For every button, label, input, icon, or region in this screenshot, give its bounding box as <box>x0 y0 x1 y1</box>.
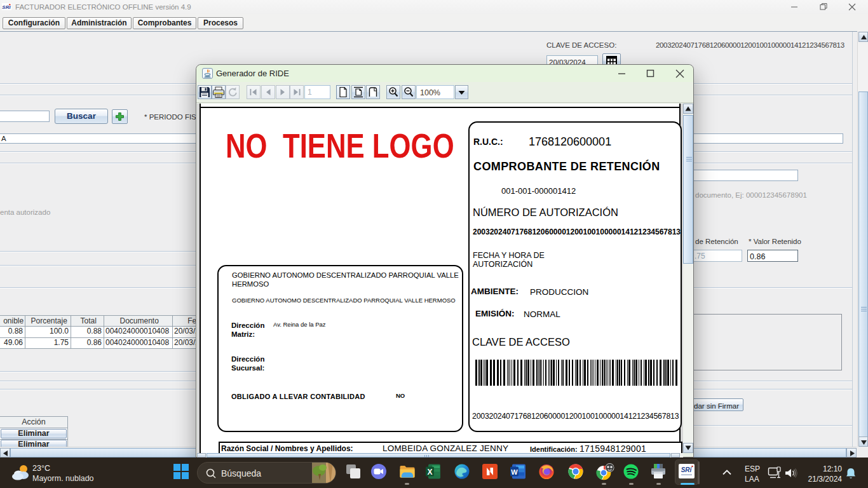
page-number-field[interactable]: 1 <box>304 85 330 99</box>
word-icon[interactable]: W <box>510 463 526 480</box>
document-viewer[interactable]: NO TIENE LOGO R.U.C.: 1768120600001 COMP… <box>197 104 684 453</box>
reload-button[interactable] <box>226 85 240 99</box>
close-button[interactable] <box>841 0 863 14</box>
dialog-hscroll-thumb[interactable] <box>207 453 670 458</box>
direccion-matriz-label: Dirección Matriz: <box>231 321 280 339</box>
dialog-hscrollbar[interactable] <box>197 453 683 458</box>
buscar-button[interactable]: Buscar <box>55 109 108 124</box>
language-indicator[interactable]: ESP LAA <box>741 464 764 483</box>
vscroll-thumb[interactable] <box>858 92 868 438</box>
dialog-titlebar[interactable]: Generador de RIDE <box>196 65 693 82</box>
scroll-up-button[interactable] <box>858 32 868 42</box>
printer-icon[interactable] <box>650 463 667 480</box>
ambiente-label: AMBIENTE: <box>471 287 519 296</box>
zoom-level-field[interactable]: 100% <box>416 85 454 99</box>
restore-button[interactable] <box>812 0 834 14</box>
cast-icon[interactable] <box>768 466 782 480</box>
eliminar-button[interactable]: Eliminar <box>1 429 67 438</box>
save-icon <box>198 86 211 98</box>
volume-icon[interactable] <box>784 466 798 480</box>
dialog-maximize-button[interactable] <box>641 65 659 82</box>
print-icon <box>212 86 225 98</box>
notification-bell-icon[interactable] <box>844 467 858 481</box>
panel-vline <box>852 32 853 447</box>
doc-number: 001-001-000001412 <box>501 187 576 196</box>
zoom-dropdown-button[interactable] <box>455 85 468 99</box>
menu-procesos[interactable]: Procesos <box>198 17 243 29</box>
scroll-right-button[interactable] <box>846 448 857 458</box>
prev-page-button[interactable] <box>261 85 275 99</box>
tray-chevron-icon[interactable] <box>719 465 735 480</box>
fit-page-button[interactable] <box>351 85 365 99</box>
zoom-in-button[interactable] <box>386 85 400 99</box>
start-button[interactable] <box>173 463 189 480</box>
sri-app-icon: SRi <box>679 464 695 478</box>
chrome-profile-icon[interactable] <box>595 463 612 480</box>
dialog-vscrollbar[interactable] <box>683 104 693 453</box>
dialog-scroll-left-button[interactable] <box>197 453 206 458</box>
menu-configuracion[interactable]: Configuración <box>3 17 65 29</box>
main-titlebar[interactable]: SRi FACTURADOR ELECTRÓNICO OFFLINE versi… <box>0 0 868 14</box>
clock-widget[interactable]: 12:10 21/3/2024 <box>797 464 842 483</box>
table-header-cell[interactable]: Total <box>71 315 104 327</box>
scroll-left-button[interactable] <box>0 448 10 458</box>
dialog-close-button[interactable] <box>670 65 688 82</box>
search-box[interactable]: Búsqueda <box>197 462 336 484</box>
last-page-button[interactable] <box>290 85 304 99</box>
search-field[interactable] <box>0 111 50 122</box>
autorizacion-label: NÚMERO DE AUTORIZACIÓN <box>473 207 618 218</box>
table-header-cell[interactable]: onible <box>0 315 25 327</box>
actual-size-button[interactable] <box>336 85 350 99</box>
firefox-icon[interactable] <box>538 463 555 480</box>
edge-icon[interactable] <box>454 463 470 480</box>
next-page-button[interactable] <box>276 85 290 99</box>
dialog-vscroll-thumb[interactable] <box>683 115 693 264</box>
dialog-scroll-up-button[interactable] <box>683 104 693 114</box>
minimize-button[interactable] <box>783 0 805 14</box>
excel-icon[interactable]: X <box>425 463 442 480</box>
periodo-fiscal-label: * PERIODO FISC <box>144 113 201 121</box>
dialog-scroll-down-button[interactable] <box>683 443 693 453</box>
menu-comprobantes[interactable]: Comprobantes <box>133 17 196 29</box>
main-vscrollbar[interactable] <box>857 32 868 447</box>
table-cell[interactable]: 100.0 <box>25 327 71 338</box>
dialog-minimize-button[interactable] <box>613 65 630 82</box>
clave-acceso-label: CLAVE DE ACCESO: <box>546 41 616 50</box>
weather-widget[interactable]: 23°C Mayorm. nublado <box>5 458 107 488</box>
zoom-out-button[interactable] <box>402 85 416 99</box>
add-button[interactable] <box>112 109 128 124</box>
first-page-button[interactable] <box>247 85 261 99</box>
valor-retenido-field[interactable]: 0.86 <box>747 250 798 262</box>
retencion-label: de Retención <box>695 238 738 246</box>
task-view-button[interactable] <box>345 463 362 480</box>
table-cell[interactable]: 49.06 <box>0 338 25 349</box>
weather-temp: 23°C <box>32 464 50 473</box>
weather-icon <box>11 463 31 482</box>
print-button[interactable] <box>212 85 226 99</box>
table-cell[interactable]: 004024000010408 <box>104 338 173 349</box>
direccion-sucursal-label: Dirección Sucursal: <box>231 355 280 372</box>
chrome-icon[interactable] <box>567 463 584 480</box>
table-header-cell[interactable]: Documento <box>104 315 173 327</box>
table-header-cell[interactable]: Porcentaje <box>25 315 71 327</box>
clave-acceso-value: 2003202407176812060000120010010000014121… <box>656 41 844 50</box>
spotify-icon[interactable] <box>623 463 639 480</box>
chat-icon[interactable] <box>370 463 387 480</box>
table-cell[interactable]: 004024000010408 <box>104 327 173 338</box>
file-explorer-icon[interactable] <box>399 463 416 480</box>
table-cell[interactable]: 0.88 <box>0 327 25 338</box>
sri-app-button[interactable]: SRi <box>675 459 699 485</box>
accion-header[interactable]: Acción <box>0 416 68 428</box>
save-button[interactable] <box>198 85 212 99</box>
accion-cell: Eliminar <box>0 428 68 440</box>
emision-label: EMISIÓN: <box>475 309 515 318</box>
menu-administracion[interactable]: Administración <box>67 17 132 29</box>
scroll-down-button[interactable] <box>858 437 868 447</box>
dialog-scroll-right-button[interactable] <box>671 453 680 458</box>
table-cell[interactable]: 0.86 <box>71 338 104 349</box>
table-cell[interactable]: 1.75 <box>25 338 71 349</box>
nitro-pdf-icon[interactable] <box>482 463 498 480</box>
panel-line <box>0 265 198 266</box>
fit-width-button[interactable] <box>366 85 380 99</box>
table-cell[interactable]: 0.88 <box>71 327 104 338</box>
